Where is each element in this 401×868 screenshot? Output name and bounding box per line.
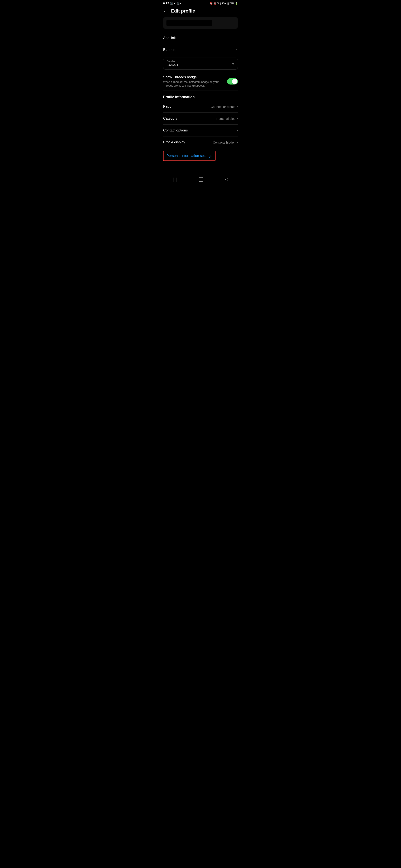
category-label: Category — [163, 117, 177, 121]
recents-button[interactable]: ||| — [168, 175, 182, 184]
contact-options-item[interactable]: Contact options › — [160, 125, 241, 136]
status-right: ⏰ 🔇 Vo) 4G+ ||| 74% 🔋 — [210, 2, 238, 5]
gender-value: Female — [167, 63, 178, 67]
threads-badge-title: Show Threads badge — [163, 75, 223, 79]
banners-label: Banners — [163, 48, 176, 52]
header: ← Edit profile — [160, 6, 241, 17]
gender-chevron-icon: ∨ — [232, 62, 234, 66]
profile-display-value: Contacts hidden — [213, 141, 235, 144]
threads-badge-description: When turned off, the Instagram badge on … — [163, 80, 223, 88]
back-button[interactable]: ← — [163, 8, 168, 14]
page-title: Edit profile — [171, 8, 195, 14]
toggle-knob — [232, 79, 237, 84]
page-item[interactable]: Page Connect or create › — [160, 101, 241, 113]
personal-info-settings-item[interactable]: Personal information settings — [163, 151, 216, 161]
content: Add link Banners 1 Gender Female ∨ Show … — [160, 17, 241, 163]
banners-count: 1 — [236, 48, 238, 52]
battery-icon: 🔋 — [235, 2, 238, 5]
profile-display-chevron-icon: › — [237, 141, 238, 144]
category-item[interactable]: Category Personal blog › — [160, 113, 241, 124]
signal-icon: Vo) 4G+ — [218, 2, 226, 5]
category-value: Personal blog — [217, 117, 236, 120]
personal-info-settings-label: Personal information settings — [167, 154, 212, 158]
add-link-label: Add link — [163, 36, 176, 40]
image-placeholder — [163, 17, 238, 29]
page-label: Page — [163, 104, 171, 109]
mute-icon: 🔇 — [214, 2, 217, 5]
page-right: Connect or create › — [210, 105, 238, 108]
contact-options-label: Contact options — [163, 128, 188, 132]
profile-display-right: Contacts hidden › — [213, 141, 238, 144]
battery: 74% — [230, 2, 234, 5]
contact-options-chevron-icon: › — [237, 128, 238, 132]
category-right: Personal blog › — [217, 117, 238, 120]
profile-display-item[interactable]: Profile display Contacts hidden › — [160, 136, 241, 148]
banners-item[interactable]: Banners 1 — [160, 44, 241, 56]
status-icons: 📷 ✓ 📷 • — [170, 2, 181, 5]
category-chevron-icon: › — [237, 117, 238, 120]
status-time: 6:22 — [163, 2, 169, 5]
gender-info: Gender Female — [167, 60, 178, 67]
home-button[interactable] — [199, 177, 203, 182]
page-chevron-icon: › — [237, 105, 238, 108]
gender-selector[interactable]: Gender Female ∨ — [163, 58, 238, 70]
status-bar: 6:22 📷 ✓ 📷 • ⏰ 🔇 Vo) 4G+ ||| 74% 🔋 — [160, 0, 241, 6]
image-bar — [167, 20, 212, 26]
add-link-item[interactable]: Add link — [160, 32, 241, 44]
threads-badge-info: Show Threads badge When turned off, the … — [163, 75, 223, 88]
gender-label: Gender — [167, 60, 178, 63]
back-nav-button[interactable]: < — [220, 175, 233, 184]
alarm-icon: ⏰ — [210, 2, 213, 5]
contact-options-right: › — [237, 128, 238, 132]
threads-badge-toggle[interactable] — [227, 78, 238, 85]
profile-information-header: Profile information — [160, 91, 241, 101]
divider-2 — [163, 56, 238, 56]
page-value: Connect or create — [210, 105, 235, 108]
nav-bar: ||| < — [160, 172, 241, 189]
status-left: 6:22 📷 ✓ 📷 • — [163, 2, 181, 5]
profile-display-label: Profile display — [163, 140, 185, 145]
threads-badge-section: Show Threads badge When turned off, the … — [160, 72, 241, 91]
signal-bars: ||| — [227, 2, 229, 5]
